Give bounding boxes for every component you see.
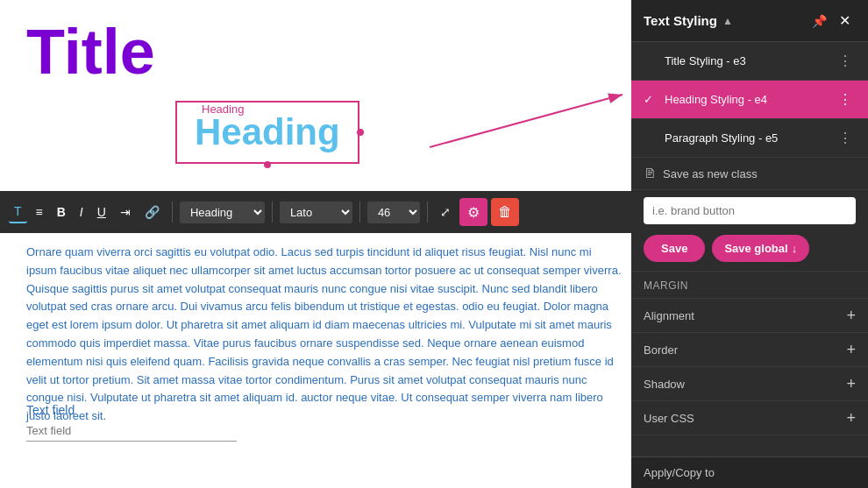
link-button[interactable]: 🔗 — [139, 202, 165, 223]
toolbar-separator-4 — [427, 202, 428, 223]
italic-button[interactable]: I — [75, 202, 89, 223]
format-text-button[interactable]: T — [9, 201, 27, 223]
paragraph-text: Ornare quam viverra orci sagittis eu vol… — [26, 244, 623, 426]
save-global-label: Save global — [724, 242, 787, 255]
heading-box[interactable]: Heading — [175, 101, 359, 164]
save-global-icon: ↓ — [792, 242, 798, 255]
toolbar-separator-3 — [359, 202, 360, 223]
indent-button[interactable]: ⇥ — [115, 202, 136, 223]
panel-header: Text Styling ▲ 📌 ✕ — [631, 0, 868, 42]
text-field-label: Text field — [26, 403, 237, 417]
style-item-heading[interactable]: ✓ Heading Styling - e4 ⋮ — [631, 81, 868, 119]
toolbar-separator-2 — [272, 202, 273, 223]
toolbar: T ≡ B I U ⇥ 🔗 Heading Paragraph Title La… — [0, 191, 631, 233]
resize-handle-bottom[interactable] — [264, 161, 271, 168]
panel-title-text: Text Styling — [644, 13, 717, 28]
title-styling-label: Title Styling - e3 — [665, 54, 746, 67]
expand-button[interactable]: ⤢ — [435, 202, 456, 223]
content-area: Title Heading Heading T ≡ B I U ⇥ 🔗 — [0, 0, 631, 488]
border-expand-icon: + — [846, 342, 856, 357]
size-select[interactable]: 46 32 24 — [367, 202, 420, 223]
heading-inner: Heading — [175, 101, 359, 164]
toolbar-separator-1 — [172, 202, 173, 223]
style-item-heading-left: ✓ Heading Styling - e4 — [644, 93, 767, 106]
class-name-input[interactable] — [644, 197, 856, 224]
trash-button[interactable]: 🗑 — [491, 198, 519, 226]
save-button[interactable]: Save — [644, 235, 705, 262]
apply-copy-label: Apply/Copy to — [644, 466, 715, 479]
shadow-expand-icon: + — [846, 376, 856, 392]
save-global-button[interactable]: Save global ↓ — [712, 235, 809, 262]
border-label: Border — [644, 343, 678, 357]
border-section[interactable]: Border + — [631, 333, 868, 367]
save-buttons-row: Save Save global ↓ — [631, 231, 868, 272]
paragraph-styling-label: Paragraph Styling - e5 — [665, 131, 778, 145]
style-select[interactable]: Heading Paragraph Title — [180, 202, 265, 223]
close-button[interactable]: ✕ — [834, 11, 856, 31]
style-item-paragraph-left: Paragraph Styling - e5 — [644, 131, 778, 145]
heading-text: Heading — [195, 111, 340, 152]
text-field-input[interactable] — [26, 421, 237, 442]
underline-button[interactable]: U — [92, 202, 111, 223]
font-select[interactable]: Lato Arial Georgia — [280, 202, 352, 223]
right-panel: Text Styling ▲ 📌 ✕ Title Styling - e3 ⋮ … — [631, 0, 868, 488]
bold-button[interactable]: B — [52, 202, 71, 223]
panel-title: Text Styling ▲ — [644, 13, 733, 28]
user-css-label: User CSS — [644, 412, 694, 425]
text-field-area: Text field — [26, 403, 237, 442]
paragraph-more-button[interactable]: ⋮ — [835, 128, 856, 148]
user-css-section[interactable]: User CSS + — [631, 401, 868, 435]
heading-container: Heading — [175, 101, 359, 164]
resize-handle-right[interactable] — [357, 129, 364, 136]
save-class-label: Save as new class — [663, 167, 758, 180]
style-item-title-left: Title Styling - e3 — [644, 54, 746, 67]
list-button[interactable]: ≡ — [31, 202, 48, 223]
alignment-expand-icon: + — [846, 308, 856, 323]
page-title: Title — [0, 0, 631, 95]
gear-button[interactable]: ⚙ — [459, 198, 487, 226]
apply-copy-row[interactable]: Apply/Copy to — [631, 456, 868, 488]
panel-header-actions: 📌 ✕ — [812, 11, 856, 31]
save-class-icon: 🖹 — [644, 166, 656, 180]
shadow-section[interactable]: Shadow + — [631, 367, 868, 401]
user-css-expand-icon: + — [846, 410, 856, 426]
heading-more-button[interactable]: ⋮ — [835, 89, 856, 110]
style-item-title[interactable]: Title Styling - e3 ⋮ — [631, 42, 868, 81]
save-class-row: 🖹 Save as new class — [631, 158, 868, 190]
shadow-label: Shadow — [644, 378, 685, 391]
alignment-section[interactable]: Alignment + — [631, 299, 868, 333]
pin-icon[interactable]: 📌 — [812, 14, 827, 28]
margin-label: Margin — [644, 279, 688, 292]
panel-chevron: ▲ — [722, 15, 733, 27]
alignment-label: Alignment — [644, 309, 694, 322]
heading-styling-label: Heading Styling - e4 — [665, 93, 767, 106]
title-more-button[interactable]: ⋮ — [835, 51, 856, 71]
margin-section-partial: Margin — [631, 272, 868, 299]
heading-check: ✓ — [644, 93, 658, 106]
style-item-paragraph[interactable]: Paragraph Styling - e5 ⋮ — [631, 119, 868, 158]
